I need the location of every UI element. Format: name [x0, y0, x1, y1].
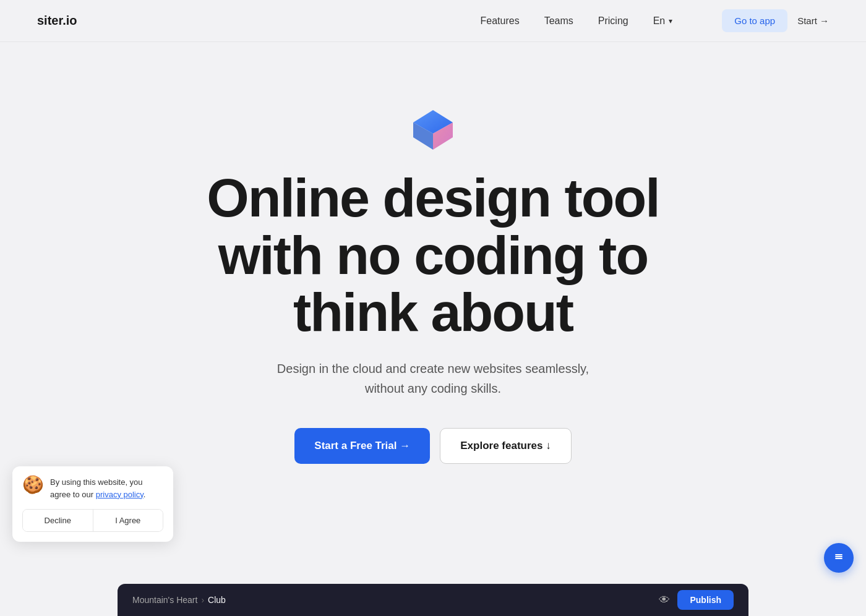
preview-button[interactable]: 👁	[659, 594, 670, 607]
navbar: siter.io Features Teams Pricing En ▾ Go …	[0, 0, 866, 42]
chevron-down-icon: ▾	[669, 17, 672, 25]
menu-icon	[832, 550, 846, 567]
cookie-text: By using this website, you agree to our …	[50, 476, 163, 500]
nav-language-selector[interactable]: En ▾	[653, 15, 673, 27]
hero-section: Online design tool with no coding to thi…	[0, 0, 866, 532]
nav-link-teams[interactable]: Teams	[544, 15, 573, 27]
hero-subtitle: Design in the cloud and create new websi…	[277, 359, 589, 398]
nav-links: Features Teams Pricing En ▾	[481, 15, 673, 27]
breadcrumb: Mountain's Heart › Club	[132, 595, 226, 605]
breadcrumb-item-1[interactable]: Mountain's Heart	[132, 595, 197, 605]
cookie-content: 🍪 By using this website, you agree to ou…	[22, 476, 163, 500]
breadcrumb-separator: ›	[201, 595, 204, 605]
bottom-bar: Mountain's Heart › Club 👁 Publish	[118, 584, 748, 616]
publish-button[interactable]: Publish	[677, 590, 734, 610]
cookie-action-buttons: Decline I Agree	[22, 509, 163, 532]
cookie-banner: 🍪 By using this website, you agree to ou…	[12, 466, 173, 542]
privacy-policy-link[interactable]: privacy policy	[96, 490, 144, 499]
hero-title: Online design tool with no coding to thi…	[207, 169, 659, 341]
hero-logo-icon	[408, 105, 458, 155]
nav-logo[interactable]: siter.io	[37, 14, 77, 28]
go-to-app-button[interactable]: Go to app	[722, 9, 787, 32]
explore-features-button[interactable]: Explore features ↓	[440, 428, 571, 464]
nav-link-pricing[interactable]: Pricing	[598, 15, 628, 27]
cookie-icon: 🍪	[22, 476, 44, 494]
breadcrumb-item-2[interactable]: Club	[208, 595, 226, 605]
nav-actions: Go to app Start →	[722, 9, 829, 32]
cookie-decline-button[interactable]: Decline	[23, 510, 93, 531]
cookie-agree-button[interactable]: I Agree	[93, 510, 163, 531]
free-trial-button[interactable]: Start a Free Trial →	[294, 428, 430, 464]
eye-icon: 👁	[659, 594, 670, 606]
bottom-bar-actions: 👁 Publish	[659, 590, 734, 610]
start-button[interactable]: Start →	[797, 15, 829, 26]
nav-link-features[interactable]: Features	[481, 15, 520, 27]
hero-buttons: Start a Free Trial → Explore features ↓	[294, 428, 571, 464]
floating-action-button[interactable]	[824, 543, 854, 573]
